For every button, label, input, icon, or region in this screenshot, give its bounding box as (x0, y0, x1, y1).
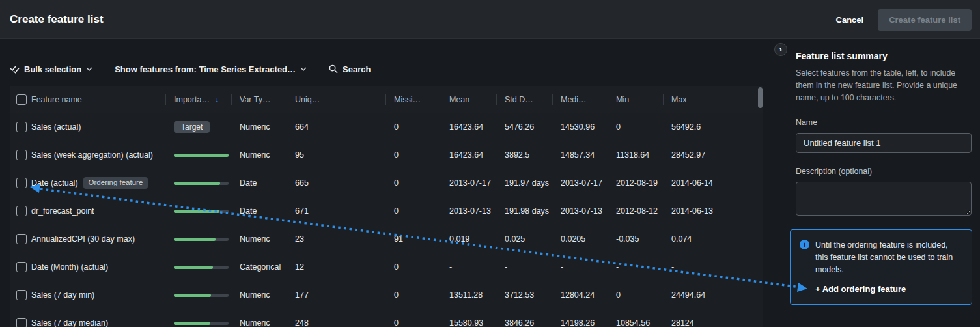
table-row[interactable]: Date (actual) Ordering feature Date 665 … (10, 169, 763, 197)
column-header-mean[interactable]: Mean (441, 86, 496, 113)
min-cell: 0 (608, 113, 663, 141)
importance-bar (174, 154, 229, 157)
feature-list-summary-panel: Feature list summary Select features fro… (796, 51, 972, 255)
mean-cell: - (441, 253, 496, 281)
row-checkbox[interactable] (16, 234, 27, 244)
median-cell: 0.0205 (552, 225, 608, 253)
row-checkbox[interactable] (16, 318, 27, 327)
var-type-cell: Numeric (231, 225, 287, 253)
column-header-feature-name[interactable]: Feature name (30, 86, 165, 113)
min-cell: - (608, 253, 663, 281)
max-cell: 2014-06-14 (663, 169, 763, 197)
column-header-var-type[interactable]: Var Ty… (231, 86, 287, 113)
ordering-feature-info-box: i Until the ordering feature is included… (790, 229, 972, 305)
select-all-checkbox[interactable] (16, 94, 27, 105)
max-cell: 28124 (663, 309, 763, 327)
topbar-actions: Cancel Create feature list (836, 0, 972, 39)
feature-name: Sales (7 day median) (31, 319, 108, 327)
panel-description: Select features from the table, left, to… (796, 67, 972, 105)
row-checkbox[interactable] (16, 122, 27, 132)
mean-cell: 2013-07-17 (441, 169, 496, 197)
feature-name: Sales (week aggregation) (actual) (31, 150, 153, 160)
unique-cell: 12 (287, 253, 385, 281)
table-toolbar: Bulk selection Show features from: Time … (10, 60, 371, 78)
mean-cell: 0.019 (441, 225, 496, 253)
feature-name: Date (actual) (31, 178, 78, 188)
name-input[interactable] (796, 133, 972, 153)
unique-cell: 23 (287, 225, 385, 253)
var-type-cell: Date (231, 197, 287, 225)
table-scrollbar-thumb[interactable] (758, 87, 763, 108)
importance-bar (174, 182, 229, 185)
row-checkbox[interactable] (16, 262, 27, 272)
table-row[interactable]: Sales (actual) Target Numeric 664 0 1642… (10, 113, 763, 141)
var-type-cell: Numeric (231, 141, 287, 169)
max-cell: 24494.64 (663, 281, 763, 309)
missing-cell: 91 (385, 225, 441, 253)
feature-name: Sales (7 day min) (31, 291, 94, 300)
min-cell: 2012-08-12 (608, 197, 663, 225)
feature-name: AnnualizedCPI (30 day max) (31, 235, 135, 244)
show-features-from-dropdown[interactable]: Show features from: Time Series Extracte… (115, 64, 307, 74)
column-header-min[interactable]: Min (608, 86, 663, 113)
table-row[interactable]: Sales (7 day min) Numeric 177 0 13511.28… (10, 281, 763, 309)
table-header: Feature name Importa… ↓ Var Ty… Uniq… Mi… (10, 86, 763, 113)
var-type-cell: Date (231, 169, 287, 197)
row-checkbox[interactable] (16, 206, 27, 216)
search-label: Search (343, 64, 371, 74)
search-button[interactable]: Search (329, 64, 371, 74)
min-cell: 10854.56 (608, 309, 663, 327)
importance-bar (174, 294, 229, 297)
description-label: Description (optional) (796, 167, 972, 176)
column-header-median[interactable]: Medi… (552, 86, 608, 113)
column-header-importance[interactable]: Importa… ↓ (165, 86, 231, 113)
column-header-missing[interactable]: Missi… (385, 86, 441, 113)
std-dev-cell: 3892.5 (496, 141, 552, 169)
median-cell: 12804.24 (552, 281, 608, 309)
min-cell: -0.035 (608, 225, 663, 253)
show-features-from-label: Show features from: Time Series Extracte… (115, 64, 296, 74)
missing-cell: 0 (385, 141, 441, 169)
column-header-unique[interactable]: Uniq… (287, 86, 385, 113)
bulk-selection-dropdown[interactable]: Bulk selection (10, 64, 92, 74)
panel-divider (781, 39, 781, 327)
missing-cell: 0 (385, 253, 441, 281)
cancel-button[interactable]: Cancel (836, 15, 864, 25)
feature-name: dr_forecast_point (31, 206, 94, 216)
table-row[interactable]: AnnualizedCPI (30 day max) Numeric 23 91… (10, 225, 763, 253)
var-type-cell: Categorical (231, 253, 287, 281)
description-textarea[interactable] (796, 182, 972, 216)
add-ordering-feature-link[interactable]: + Add ordering feature (815, 284, 906, 294)
std-dev-cell: 5476.26 (496, 113, 552, 141)
importance-bar (174, 210, 229, 213)
std-dev-cell: 3846.26 (496, 309, 552, 327)
missing-cell: 0 (385, 281, 441, 309)
table-row[interactable]: Sales (7 day median) Numeric 248 0 15580… (10, 309, 763, 327)
mean-cell: 15580.93 (441, 309, 496, 327)
create-feature-list-button[interactable]: Create feature list (878, 9, 972, 31)
row-checkbox[interactable] (16, 290, 27, 300)
row-checkbox[interactable] (16, 178, 27, 188)
row-checkbox[interactable] (16, 150, 27, 160)
bulk-selection-label: Bulk selection (24, 64, 81, 74)
info-text: Until the ordering feature is included, … (815, 239, 962, 276)
column-header-std-dev[interactable]: Std D… (496, 86, 552, 113)
table-row[interactable]: Date (Month) (actual) Categorical 12 0 -… (10, 253, 763, 281)
max-cell: 56492.6 (663, 113, 763, 141)
search-icon (329, 64, 338, 74)
max-cell: 0.074 (663, 225, 763, 253)
median-cell: - (552, 253, 608, 281)
median-cell: 14530.96 (552, 113, 608, 141)
feature-name: Sales (actual) (31, 122, 81, 132)
std-dev-cell: 191.97 days (496, 169, 552, 197)
missing-cell: 0 (385, 197, 441, 225)
ordering-feature-badge: Ordering feature (83, 177, 148, 189)
table-body: Sales (actual) Target Numeric 664 0 1642… (10, 113, 763, 327)
std-dev-cell: 0.025 (496, 225, 552, 253)
target-badge: Target (174, 121, 210, 133)
collapse-panel-button[interactable]: › (774, 43, 787, 56)
table-row[interactable]: Sales (week aggregation) (actual) Numeri… (10, 141, 763, 169)
table-row[interactable]: dr_forecast_point Date 671 0 2013-07-13 … (10, 197, 763, 225)
column-header-max[interactable]: Max (663, 86, 763, 113)
std-dev-cell: - (496, 253, 552, 281)
